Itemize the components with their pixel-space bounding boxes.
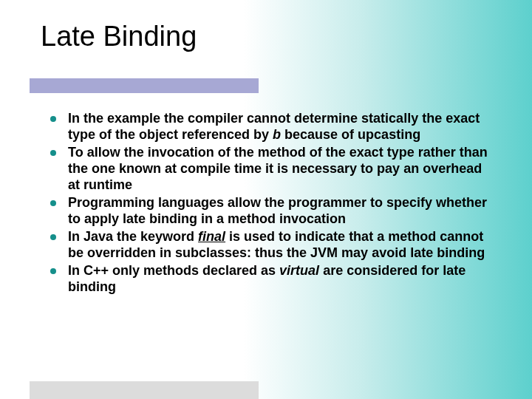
bullet-emphasis: virtual <box>279 263 319 278</box>
bullet-text: To allow the invocation of the method of… <box>68 145 488 192</box>
bullet-text: because of upcasting <box>281 127 420 142</box>
bullet-text: In Java the keyword <box>68 229 198 244</box>
list-item: Programming languages allow the programm… <box>50 195 495 228</box>
title-underline-bar <box>30 78 259 93</box>
list-item: In Java the keyword final is used to ind… <box>50 229 495 262</box>
list-item: In the example the compiler cannot deter… <box>50 111 495 143</box>
slide-title: Late Binding <box>41 21 197 52</box>
bullet-emphasis: final <box>198 229 225 244</box>
list-item: To allow the invocation of the method of… <box>50 145 495 194</box>
bullet-text: In C++ only methods declared as <box>68 263 279 278</box>
footer-bar <box>30 381 259 399</box>
bullet-emphasis: b <box>273 127 281 142</box>
bullet-list: In the example the compiler cannot deter… <box>50 111 495 295</box>
content-area: In the example the compiler cannot deter… <box>50 111 495 296</box>
list-item: In C++ only methods declared as virtual … <box>50 263 495 296</box>
bullet-text: Programming languages allow the programm… <box>68 195 487 226</box>
